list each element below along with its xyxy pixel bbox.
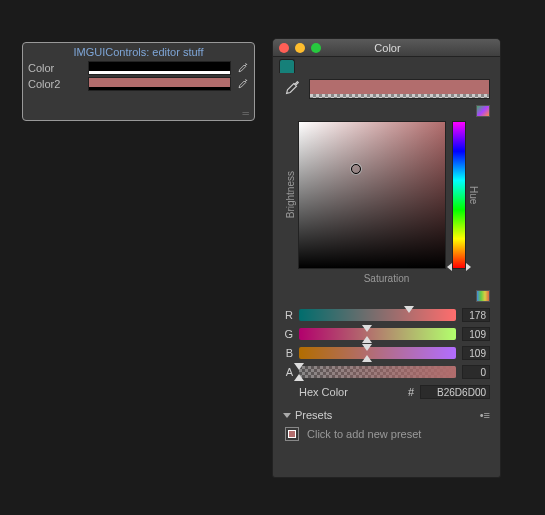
a-value-input[interactable]: 0	[462, 365, 490, 379]
hex-hash: #	[408, 386, 414, 398]
slider-thumb-icon[interactable]	[362, 336, 372, 343]
tab-bar	[273, 57, 500, 73]
slider-row-b: B 109	[283, 346, 490, 360]
eyedropper-icon[interactable]	[235, 61, 249, 75]
inspector-panel: IMGUIControls: editor stuff Color Color2…	[22, 42, 255, 121]
a-slider[interactable]	[299, 366, 456, 378]
slider-label: A	[283, 366, 293, 378]
slider-mode-icon[interactable]	[476, 290, 490, 302]
axis-label-hue: Hue	[466, 186, 481, 204]
color-field-row: Color2	[23, 76, 254, 92]
hue-thumb-icon[interactable]	[447, 263, 452, 271]
swatch-rgb	[89, 62, 230, 71]
axis-label-saturation: Saturation	[283, 273, 490, 284]
hex-label: Hex Color	[299, 386, 402, 398]
slider-label: G	[283, 328, 293, 340]
tab-color[interactable]	[279, 59, 295, 73]
g-value-input[interactable]: 109	[462, 327, 490, 341]
preset-add-button[interactable]	[285, 427, 299, 441]
preview-alpha	[310, 94, 489, 98]
swatch-alpha	[89, 87, 230, 90]
preview-rgb	[310, 80, 489, 94]
slider-label: R	[283, 309, 293, 321]
slider-thumb-icon[interactable]	[404, 306, 414, 313]
foldout-triangle-icon[interactable]	[283, 413, 291, 418]
window-titlebar[interactable]: Color	[273, 39, 500, 57]
slider-thumb-icon[interactable]	[362, 344, 372, 351]
slider-thumb-icon[interactable]	[362, 325, 372, 332]
slider-row-a: A 0	[283, 365, 490, 379]
field-label: Color	[28, 62, 88, 74]
resize-handle-icon[interactable]: ═	[243, 108, 250, 118]
slider-thumb-icon[interactable]	[294, 363, 304, 370]
field-label: Color2	[28, 78, 88, 90]
eyedropper-icon[interactable]	[235, 77, 249, 91]
slider-row-g: G 109	[283, 327, 490, 341]
swatch-rgb	[89, 78, 230, 87]
color-field-row: Color	[23, 60, 254, 76]
hue-slider[interactable]	[452, 121, 466, 269]
presets-heading: Presets	[295, 409, 332, 421]
g-slider[interactable]	[299, 328, 456, 340]
slider-label: B	[283, 347, 293, 359]
swatch-alpha	[89, 71, 230, 74]
hex-input[interactable]: B26D6D00	[420, 385, 490, 399]
slider-thumb-icon[interactable]	[362, 355, 372, 362]
b-value-input[interactable]: 109	[462, 346, 490, 360]
axis-label-brightness: Brightness	[283, 171, 298, 218]
color-picker-window: Color Brightness Hue	[272, 38, 501, 478]
inspector-title: IMGUIControls: editor stuff	[23, 43, 254, 60]
presets-menu-icon[interactable]: •≡	[480, 409, 490, 421]
saturation-value-field[interactable]	[298, 121, 446, 269]
r-slider[interactable]	[299, 309, 456, 321]
preset-swatch-icon	[288, 430, 296, 438]
eyedropper-icon[interactable]	[283, 79, 301, 99]
color-swatch[interactable]	[88, 61, 231, 75]
slider-row-r: R 178	[283, 308, 490, 322]
hdr-toggle-icon[interactable]	[476, 105, 490, 117]
sv-cursor-icon[interactable]	[351, 164, 361, 174]
color-preview	[309, 79, 490, 99]
b-slider[interactable]	[299, 347, 456, 359]
hue-thumb-icon[interactable]	[466, 263, 471, 271]
color-swatch[interactable]	[88, 77, 231, 91]
r-value-input[interactable]: 178	[462, 308, 490, 322]
window-title: Color	[281, 42, 494, 54]
preset-hint: Click to add new preset	[307, 428, 421, 440]
slider-thumb-icon[interactable]	[294, 374, 304, 381]
presets-header[interactable]: Presets •≡	[283, 409, 490, 421]
